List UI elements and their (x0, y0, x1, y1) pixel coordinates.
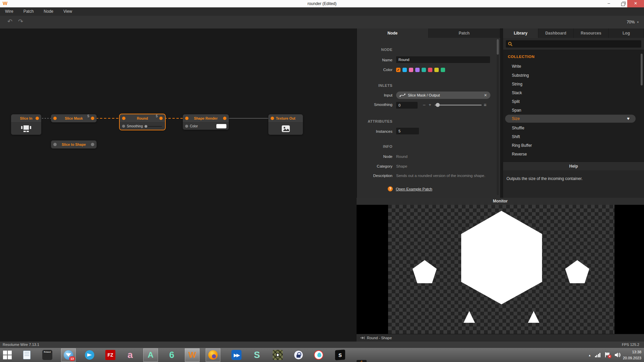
redo-icon[interactable]: ↷ (18, 18, 23, 25)
taskbar-wire-icon[interactable]: W (187, 350, 197, 360)
taskbar-smode-icon[interactable]: S (252, 350, 262, 360)
open-example-patch-link[interactable]: Open Example Patch (396, 187, 432, 191)
outlet-dot[interactable] (91, 117, 94, 120)
smoothing-slider[interactable] (435, 102, 482, 108)
taskbar-keepass-icon[interactable] (293, 350, 304, 360)
window-title: rounder (Edited) (0, 0, 644, 7)
node-slice-to-shape[interactable]: Slice to Shape (51, 140, 97, 148)
name-input[interactable]: Round (396, 56, 490, 63)
node-round[interactable]: Round 5 Smoothing (120, 114, 165, 130)
tab-log[interactable]: Log (609, 28, 644, 38)
library-scrollbar[interactable] (641, 52, 643, 160)
color-swatch[interactable] (409, 68, 413, 72)
smoothing-options-icon[interactable]: ≡ (484, 102, 486, 108)
monitor-header[interactable]: Monitor (357, 198, 644, 205)
library-item-stack[interactable]: Stack (512, 89, 522, 97)
library-item-substring[interactable]: Substring (512, 71, 529, 79)
inlet-dot[interactable] (185, 125, 188, 128)
menu-wire[interactable]: Wire (0, 7, 18, 16)
color-swatch[interactable] (441, 68, 445, 72)
menu-node[interactable]: Node (39, 7, 58, 16)
taskbar-firefox-icon[interactable] (208, 350, 218, 360)
library-item-ring-buffer[interactable]: Ring Buffer (512, 141, 532, 149)
library-item-shuffle[interactable]: Shuffle (512, 124, 524, 132)
undo-icon[interactable]: ↶ (7, 18, 12, 25)
menu-view[interactable]: View (58, 7, 77, 16)
tab-dashboard[interactable]: Dashboard (538, 28, 574, 38)
network-signal-icon[interactable] (595, 353, 601, 357)
color-swatch[interactable] (402, 68, 407, 72)
volume-icon[interactable] (614, 352, 621, 358)
color-value-chip[interactable] (216, 124, 226, 128)
taskbar-cinder-icon[interactable]: CINDER (357, 360, 367, 362)
outlet-dot[interactable] (159, 117, 163, 120)
smoothing-increment-button[interactable]: + (429, 102, 431, 108)
outlet-dot[interactable] (36, 117, 39, 120)
library-item-reverse[interactable]: Reverse (512, 150, 527, 158)
inlet-dot[interactable] (185, 117, 189, 120)
taskbar-drop-icon[interactable] (314, 350, 324, 360)
taskbar-filezilla-icon[interactable]: FZ (105, 350, 115, 360)
patch-canvas[interactable]: Slice In Slice Mask 5 Round 5 (0, 28, 357, 342)
node-texture-out[interactable]: Texture Out (268, 114, 303, 135)
library-item-write[interactable]: Write (512, 62, 521, 70)
color-swatch[interactable] (434, 68, 439, 72)
inlet-dot[interactable] (122, 125, 125, 128)
taskbar-module-icon[interactable] (273, 350, 283, 360)
smoothing-input[interactable]: 0 (396, 102, 418, 109)
taskbar-roland-icon[interactable]: Roland (42, 350, 52, 360)
taskbar-arena-icon[interactable]: a (125, 350, 135, 360)
clear-connection-icon[interactable]: ✕ (484, 93, 487, 98)
node-slice-mask[interactable]: Slice Mask 5 (51, 114, 97, 122)
color-swatch[interactable]: ✓ (396, 68, 400, 72)
inlet-dot[interactable] (122, 117, 125, 120)
taskbar-avenue-icon[interactable]: A (146, 350, 156, 360)
taskbar-remote-icon[interactable]: ▶▶ (231, 350, 241, 360)
library-item-shift[interactable]: Shift (512, 133, 520, 141)
node-slice-in[interactable]: Slice In (11, 114, 41, 135)
system-tray: ▴ ✕ (589, 348, 621, 362)
inlet-dot[interactable] (271, 117, 274, 120)
taskbar-telegram-icon[interactable] (85, 350, 95, 360)
color-swatch[interactable] (415, 68, 420, 72)
menu-patch[interactable]: Patch (18, 7, 39, 16)
outlet-dot[interactable] (91, 143, 94, 146)
library-item-size-selected[interactable]: Size ♥ (505, 115, 636, 123)
info-node-value: Round (396, 155, 408, 159)
taskbar-clock[interactable]: 13:38 20.09.2023 (623, 349, 641, 361)
outlet-dot[interactable] (223, 117, 226, 120)
tab-node[interactable]: Node (357, 28, 429, 38)
library-item-string[interactable]: String (512, 80, 522, 88)
instances-input[interactable]: 5 (396, 128, 419, 134)
zoom-control[interactable]: 70% ▾ (627, 16, 639, 28)
smoothing-mini-slider[interactable] (145, 125, 163, 128)
input-connection-value: Slice Mask / Output (408, 93, 440, 97)
library-item-span[interactable]: Span (512, 106, 521, 114)
favorite-heart-icon[interactable]: ♥ (627, 115, 630, 123)
color-swatch[interactable] (428, 68, 432, 72)
taskbar-notepad-icon[interactable] (22, 350, 32, 360)
inlet-dot[interactable] (53, 117, 57, 120)
library-item-split[interactable]: Split (512, 98, 520, 106)
input-connection-pill[interactable]: Slice Mask / Output ✕ (396, 92, 490, 99)
node-shape-render[interactable]: Shape Render Color (183, 114, 229, 130)
show-hidden-icons-button[interactable]: ▴ (589, 353, 590, 357)
restore-icon (621, 3, 625, 6)
smoothing-decrement-button[interactable]: – (423, 102, 425, 108)
tab-resources[interactable]: Resources (574, 28, 609, 38)
node-panel-scrollbar[interactable] (497, 39, 499, 195)
taskbar-thunderbird-icon[interactable]: 13 (63, 350, 73, 360)
library-search-input[interactable] (506, 40, 641, 48)
color-swatch[interactable] (422, 68, 426, 72)
inlet-dot[interactable] (53, 143, 57, 146)
taskbar-six-icon[interactable]: 6 (167, 350, 177, 360)
taskbar-spout-icon[interactable]: S (335, 350, 345, 360)
tab-patch[interactable]: Patch (429, 28, 500, 38)
close-button[interactable]: ✕ (627, 0, 644, 7)
start-button[interactable] (2, 350, 12, 360)
action-center-flag-icon[interactable]: ✕ (605, 352, 610, 358)
tab-library[interactable]: Library (503, 28, 538, 38)
info-description-value: Sends out a rounded version of the incom… (396, 173, 492, 178)
minimize-button[interactable]: – (602, 0, 616, 7)
param-label: Color (190, 124, 198, 128)
